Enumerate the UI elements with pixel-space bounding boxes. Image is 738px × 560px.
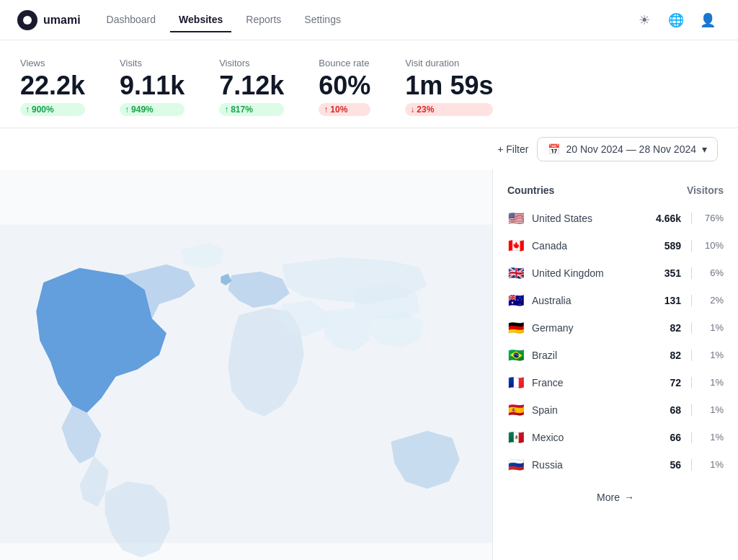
date-picker-button[interactable]: 📅 20 Nov 2024 — 28 Nov 2024 ▾: [537, 137, 718, 161]
country-flag: 🇧🇷: [507, 347, 525, 363]
user-button[interactable]: 👤: [695, 7, 721, 33]
country-count: 4.66k: [652, 213, 681, 224]
country-separator: [691, 267, 692, 279]
country-flag: 🇬🇧: [507, 265, 525, 281]
country-separator: [691, 459, 692, 471]
metric-views-pct: 900%: [32, 105, 54, 115]
country-row[interactable]: 🇪🇸 Spain 68 1%: [493, 396, 738, 424]
metric-views: Views 22.2k ↑ 900%: [20, 58, 85, 116]
date-range-text: 20 Nov 2024 — 28 Nov 2024: [566, 143, 696, 155]
country-row[interactable]: 🇺🇸 United States 4.66k 76%: [493, 205, 738, 232]
country-flag: 🇲🇽: [507, 430, 525, 445]
country-flag: 🇦🇺: [507, 293, 525, 308]
metric-views-label: Views: [20, 58, 85, 68]
metric-views-arrow: ↑: [25, 105, 30, 115]
metric-visitors: Visitors 7.12k ↑ 817%: [219, 58, 284, 116]
metric-bounce: Bounce rate 60% ↑ 10%: [319, 58, 370, 116]
country-row[interactable]: 🇬🇧 United Kingdom 351 6%: [493, 259, 738, 287]
metric-bounce-label: Bounce rate: [319, 58, 370, 68]
country-flag: 🇩🇪: [507, 320, 525, 336]
filter-button[interactable]: + Filter: [497, 143, 528, 155]
country-row[interactable]: 🇩🇪 Germany 82 1%: [493, 314, 738, 342]
country-flag: 🇨🇦: [507, 238, 525, 254]
country-row[interactable]: 🇦🇺 Australia 131 2%: [493, 287, 738, 314]
nav-settings[interactable]: Settings: [295, 8, 350, 32]
metric-visitors-label: Visitors: [219, 58, 284, 68]
metric-duration-badge: ↓ 23%: [405, 103, 493, 116]
country-pct: 6%: [702, 267, 724, 278]
world-map: [0, 170, 492, 560]
country-count: 68: [652, 404, 681, 416]
country-count: 82: [652, 350, 681, 361]
navbar: umami Dashboard Websites Reports Setting…: [0, 0, 738, 40]
country-name: Brazil: [532, 350, 645, 361]
toolbar: + Filter 📅 20 Nov 2024 — 28 Nov 2024 ▾: [0, 128, 738, 170]
country-flag: 🇪🇸: [507, 402, 525, 418]
country-count: 131: [652, 295, 681, 306]
metrics-bar: Views 22.2k ↑ 900% Visits 9.11k ↑ 949% V…: [0, 40, 738, 128]
metric-visitors-badge: ↑ 817%: [219, 103, 284, 116]
country-flag: 🇺🇸: [507, 210, 525, 226]
country-pct: 1%: [702, 322, 724, 333]
country-separator: [691, 432, 692, 443]
country-count: 66: [652, 432, 681, 443]
country-separator: [691, 213, 692, 224]
country-separator: [691, 377, 692, 388]
metric-visits-label: Visits: [120, 58, 184, 68]
country-name: Spain: [532, 404, 645, 416]
country-row[interactable]: 🇫🇷 France 72 1%: [493, 369, 738, 396]
chevron-down-icon: ▾: [702, 143, 707, 155]
metric-views-value: 22.2k: [20, 71, 85, 100]
theme-toggle-button[interactable]: ☀: [631, 7, 657, 33]
country-count: 351: [652, 267, 681, 279]
country-pct: 1%: [702, 404, 724, 415]
logo: umami: [17, 10, 81, 30]
country-count: 589: [652, 240, 681, 252]
country-name: Mexico: [532, 432, 645, 443]
visitors-col-label: Visitors: [687, 185, 724, 196]
map-panel: Messenger: [0, 170, 493, 560]
country-name: France: [532, 377, 645, 388]
country-flag: 🇫🇷: [507, 375, 525, 391]
country-name: Germany: [532, 322, 645, 334]
country-pct: 76%: [702, 213, 724, 223]
calendar-icon: 📅: [548, 143, 560, 155]
country-row[interactable]: 🇧🇷 Brazil 82 1%: [493, 342, 738, 369]
metric-duration: Visit duration 1m 59s ↓ 23%: [405, 58, 493, 116]
country-name: Australia: [532, 295, 645, 306]
country-separator: [691, 295, 692, 306]
country-pct: 2%: [702, 295, 724, 306]
nav-dashboard[interactable]: Dashboard: [98, 8, 165, 32]
country-count: 56: [652, 459, 681, 471]
country-name: Russia: [532, 459, 645, 471]
language-button[interactable]: 🌐: [663, 7, 689, 33]
logo-text: umami: [43, 14, 81, 27]
country-pct: 1%: [702, 432, 724, 443]
metric-visits-value: 9.11k: [120, 71, 184, 100]
country-separator: [691, 240, 692, 252]
country-count: 82: [652, 322, 681, 334]
country-row[interactable]: 🇨🇦 Canada 589 10%: [493, 232, 738, 259]
country-row[interactable]: 🇲🇽 Mexico 66 1%: [493, 424, 738, 451]
more-button[interactable]: More →: [493, 481, 738, 513]
country-flag: 🇷🇺: [507, 457, 525, 473]
metric-bounce-value: 60%: [319, 71, 370, 100]
nav-websites[interactable]: Websites: [170, 8, 231, 32]
nav-reports[interactable]: Reports: [237, 8, 290, 32]
more-label: More: [597, 492, 620, 503]
metric-visitors-value: 7.12k: [219, 71, 284, 100]
country-name: Canada: [532, 240, 645, 252]
metric-duration-label: Visit duration: [405, 58, 493, 68]
more-arrow-icon: →: [624, 492, 634, 503]
country-pct: 1%: [702, 459, 724, 470]
country-pct: 10%: [702, 240, 724, 251]
metric-visits: Visits 9.11k ↑ 949%: [120, 58, 184, 116]
metric-visits-badge: ↑ 949%: [120, 103, 184, 116]
countries-heading: Countries: [507, 185, 554, 196]
country-row[interactable]: 🇷🇺 Russia 56 1%: [493, 451, 738, 479]
country-separator: [691, 350, 692, 361]
metric-views-badge: ↑ 900%: [20, 103, 85, 116]
countries-list: 🇺🇸 United States 4.66k 76% 🇨🇦 Canada 589…: [493, 205, 738, 479]
country-name: United States: [532, 213, 645, 224]
country-separator: [691, 322, 692, 334]
